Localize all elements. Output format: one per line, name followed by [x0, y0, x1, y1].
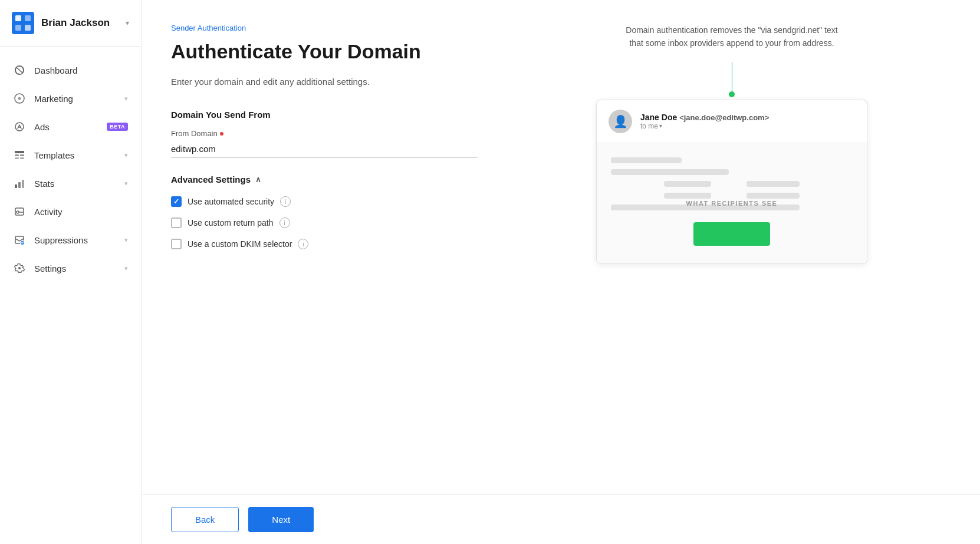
person-icon: 👤 — [613, 114, 628, 128]
settings-chevron-icon: ▾ — [124, 265, 128, 272]
dashboard-label: Dashboard — [34, 65, 128, 75]
suppressions-label: Suppressions — [34, 235, 116, 245]
marketing-label: Marketing — [34, 94, 116, 104]
user-chevron-icon: ▾ — [126, 19, 129, 27]
activity-icon — [13, 205, 26, 218]
skeleton-cell-1 — [664, 181, 711, 187]
next-button[interactable]: Next — [248, 507, 314, 532]
email-from-name: Jane Doe <jane.doe@editwp.com> — [640, 113, 855, 122]
checkbox-custom-dkim[interactable]: Use a custom DKIM selector i — [171, 239, 478, 249]
email-to: to me ▾ — [640, 122, 855, 130]
svg-rect-8 — [15, 151, 24, 153]
suppressions-icon — [13, 233, 26, 246]
ads-label: Ads — [34, 122, 98, 132]
avatar: 👤 — [609, 110, 632, 133]
checkbox-custom-dkim-label: Use a custom DKIM selector — [188, 239, 292, 249]
preview-description: Domain authentication removes the "via s… — [620, 24, 844, 50]
required-indicator — [220, 132, 223, 136]
sidebar-item-suppressions[interactable]: Suppressions ▾ — [0, 226, 141, 254]
svg-rect-14 — [18, 182, 21, 188]
preview-section: Domain authentication removes the "via s… — [513, 24, 951, 471]
from-domain-label: From Domain — [171, 129, 478, 138]
svg-rect-0 — [12, 12, 34, 34]
sidebar-item-marketing[interactable]: Marketing ▾ — [0, 84, 141, 113]
checkbox-custom-return-path-label: Use custom return path — [188, 218, 274, 228]
ads-beta-badge: BETA — [107, 123, 128, 131]
page-title: Authenticate Your Domain — [171, 39, 478, 64]
svg-rect-4 — [25, 25, 31, 31]
main-nav: Dashboard Marketing ▾ Ads — [0, 47, 141, 544]
email-preview-card: 👤 Jane Doe <jane.doe@editwp.com> to me ▾ — [596, 100, 867, 264]
domain-section-title: Domain You Send From — [171, 110, 478, 120]
skeleton-cell-3 — [664, 193, 711, 199]
marketing-chevron-icon: ▾ — [124, 95, 128, 103]
main-panel: Sender Authentication Authenticate Your … — [142, 0, 980, 544]
sidebar-item-templates[interactable]: Templates ▾ — [0, 141, 141, 169]
svg-point-6 — [15, 123, 24, 131]
sidebar-item-stats[interactable]: Stats ▾ — [0, 169, 141, 197]
sidebar-item-ads[interactable]: Ads BETA — [0, 113, 141, 141]
skeleton-line-2 — [611, 169, 729, 175]
templates-icon — [13, 149, 26, 161]
checkbox-custom-return-path[interactable]: Use custom return path i — [171, 217, 478, 228]
custom-return-path-info-icon[interactable]: i — [279, 217, 290, 228]
skeleton-line-3 — [611, 205, 800, 210]
from-domain-input[interactable] — [171, 140, 478, 158]
svg-rect-13 — [15, 184, 17, 188]
svg-rect-9 — [15, 154, 19, 156]
brand-logo — [12, 12, 34, 34]
marketing-icon — [13, 92, 26, 105]
user-menu[interactable]: Brian Jackson ▾ — [0, 0, 141, 47]
to-chevron-icon: ▾ — [659, 123, 662, 129]
activity-label: Activity — [34, 207, 128, 217]
templates-label: Templates — [34, 150, 116, 160]
page-subtitle: Enter your domain and edit any additiona… — [171, 75, 478, 89]
automated-security-info-icon[interactable]: i — [280, 196, 291, 207]
templates-chevron-icon: ▾ — [124, 151, 128, 159]
svg-rect-12 — [20, 157, 24, 159]
checkbox-automated-security[interactable]: ✓ Use automated security i — [171, 196, 478, 207]
custom-dkim-info-icon[interactable]: i — [298, 239, 308, 249]
sidebar: Brian Jackson ▾ Dashboard Marketing ▾ — [0, 0, 142, 544]
checkbox-automated-security-label: Use automated security — [188, 197, 274, 206]
skeleton-line-1 — [611, 157, 682, 163]
domain-section: Domain You Send From From Domain — [171, 110, 478, 158]
suppressions-chevron-icon: ▾ — [124, 236, 128, 244]
sidebar-item-activity[interactable]: Activity — [0, 197, 141, 226]
form-section: Sender Authentication Authenticate Your … — [171, 24, 478, 471]
stats-icon — [13, 177, 26, 190]
svg-rect-10 — [20, 154, 24, 156]
user-name: Brian Jackson — [41, 17, 119, 29]
ads-icon — [13, 120, 26, 133]
email-preview-header: 👤 Jane Doe <jane.doe@editwp.com> to me ▾ — [597, 100, 867, 143]
svg-rect-2 — [15, 25, 21, 31]
preview-indicator — [729, 62, 735, 97]
advanced-settings-section: Advanced Settings ∧ ✓ Use automated secu… — [171, 174, 478, 249]
advanced-settings-chevron-icon: ∧ — [255, 175, 261, 184]
back-button[interactable]: Back — [171, 507, 239, 532]
checkbox-custom-dkim-box[interactable] — [171, 239, 182, 249]
indicator-dot — [729, 91, 735, 97]
sidebar-item-settings[interactable]: Settings ▾ — [0, 254, 141, 282]
footer: Back Next — [142, 494, 980, 544]
checkbox-automated-security-box[interactable]: ✓ — [171, 196, 182, 207]
settings-icon — [13, 262, 26, 275]
stats-label: Stats — [34, 179, 116, 189]
svg-point-17 — [17, 211, 19, 213]
email-cta-button-preview — [693, 222, 770, 246]
advanced-settings-title: Advanced Settings ∧ — [171, 174, 478, 184]
svg-rect-11 — [15, 157, 19, 159]
main-content: Sender Authentication Authenticate Your … — [142, 0, 980, 494]
email-body-preview: WHAT RECIPIENTS SEE — [597, 143, 867, 263]
email-from: Jane Doe <jane.doe@editwp.com> to me ▾ — [640, 113, 855, 130]
checkmark-icon: ✓ — [173, 197, 179, 206]
email-from-address: <jane.doe@editwp.com> — [679, 113, 769, 122]
stats-chevron-icon: ▾ — [124, 180, 128, 187]
sidebar-item-dashboard[interactable]: Dashboard — [0, 56, 141, 84]
checkbox-custom-return-path-box[interactable] — [171, 217, 182, 228]
breadcrumb: Sender Authentication — [171, 24, 478, 32]
svg-rect-3 — [25, 15, 31, 21]
svg-rect-1 — [15, 15, 21, 21]
skeleton-cell-4 — [746, 193, 800, 199]
svg-rect-15 — [22, 180, 24, 188]
